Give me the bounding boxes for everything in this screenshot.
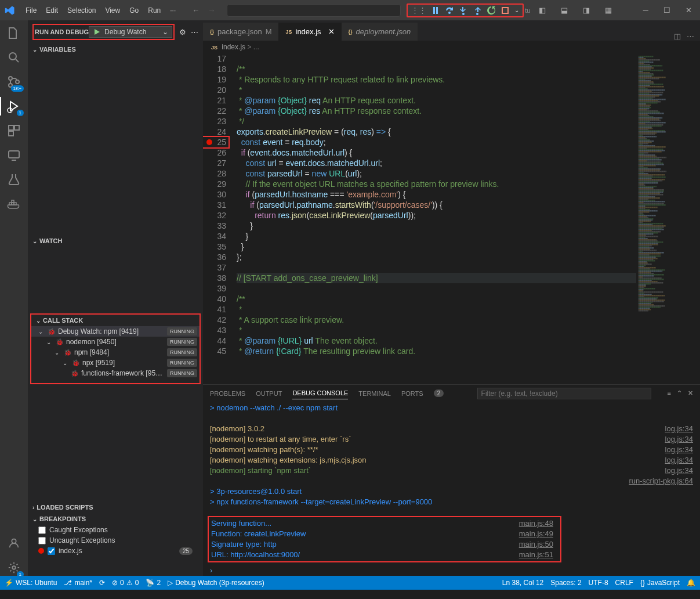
menu-file[interactable]: File	[21, 6, 41, 15]
activity-run-debug[interactable]: 1	[6, 98, 22, 114]
callstack-item[interactable]: 🐞functions-framework [954...RUNNING	[31, 368, 200, 378]
close-icon[interactable]: ✕	[682, 5, 695, 16]
callstack-header[interactable]: ⌄CALL STACK	[31, 315, 200, 326]
tab-deployment.json[interactable]: {}deployment.json	[342, 23, 418, 41]
panel-tab-problems[interactable]: PROBLEMS	[210, 388, 245, 399]
menu-run[interactable]: Run	[143, 6, 165, 15]
filter-icon[interactable]: ≡	[668, 389, 671, 397]
variables-header[interactable]: ⌄VARIABLES	[28, 44, 203, 55]
bp-uncaught-checkbox[interactable]	[38, 537, 46, 544]
watch-header[interactable]: ⌄WATCH	[28, 235, 203, 247]
layout-right-icon[interactable]: ◨	[579, 5, 593, 16]
layout-grid-icon[interactable]: ▦	[601, 5, 615, 16]
breadcrumb[interactable]: JS index.js > ...	[203, 41, 700, 53]
debug-console[interactable]: > nodemon --watch ./ --exec npm start [n…	[203, 402, 700, 565]
callstack-item[interactable]: ⌄🐞Debug Watch: npm [9419]RUNNING	[31, 326, 200, 337]
source-link[interactable]: log.js:34	[665, 424, 693, 434]
source-link[interactable]: log.js:34	[665, 445, 693, 455]
source-link[interactable]: main.js:50	[519, 539, 553, 550]
activity-source-control[interactable]: 1K+	[6, 74, 22, 90]
more-icon[interactable]: ⋯	[687, 32, 694, 41]
indent-status[interactable]: Spaces: 2	[550, 579, 581, 587]
panel-tab-ports[interactable]: PORTS	[401, 388, 423, 399]
source-link[interactable]: main.js:48	[519, 518, 553, 529]
tab-index.js[interactable]: JSindex.js✕	[278, 23, 341, 41]
close-panel-icon[interactable]: ✕	[688, 389, 693, 397]
debug-config-dropdown[interactable]: Debug Watch ⌄	[89, 26, 172, 38]
activity-testing[interactable]	[6, 171, 22, 187]
bp-file-checkbox[interactable]	[48, 547, 55, 555]
activity-extensions[interactable]	[6, 122, 22, 139]
activity-explorer[interactable]	[6, 25, 22, 41]
source-link[interactable]: main.js:51	[519, 550, 553, 560]
source-link[interactable]: log.js:34	[665, 434, 693, 445]
vscode-logo-icon	[5, 5, 15, 16]
split-editor-icon[interactable]: ◫	[674, 32, 681, 41]
encoding-status[interactable]: UTF-8	[589, 579, 608, 587]
menu-···[interactable]: ···	[165, 6, 180, 15]
sync-icon[interactable]: ⟳	[99, 579, 105, 587]
bp-caught[interactable]: Caught Exceptions	[28, 525, 203, 535]
activity-docker[interactable]	[6, 196, 22, 212]
menu-view[interactable]: View	[100, 6, 125, 15]
minimize-icon[interactable]: ─	[640, 5, 652, 16]
nav-back-icon[interactable]: ←	[192, 6, 200, 15]
svg-rect-11	[9, 131, 13, 136]
panel-tab-terminal[interactable]: TERMINAL	[358, 388, 391, 399]
notifications-icon[interactable]: 🔔	[687, 579, 695, 587]
command-center-input[interactable]	[227, 4, 401, 17]
console-line: [nodemon] 3.0.2log.js:34	[210, 424, 693, 434]
remote-indicator[interactable]: ⚡ WSL: Ubuntu	[5, 579, 57, 587]
nav-fwd-icon[interactable]: →	[208, 6, 215, 15]
stop-icon[interactable]	[500, 6, 510, 15]
loaded-scripts-header[interactable]: ›LOADED SCRIPTS	[28, 501, 203, 513]
bp-uncaught[interactable]: Uncaught Exceptions	[28, 535, 203, 546]
accounts-icon[interactable]	[6, 535, 22, 551]
source-link[interactable]: main.js:49	[519, 529, 553, 539]
drag-handle-icon[interactable]: ⋮⋮	[411, 6, 426, 15]
callstack-item[interactable]: ⌄🐞nodemon [9450]RUNNING	[31, 337, 200, 347]
layout-left-icon[interactable]: ◧	[535, 5, 549, 16]
manage-icon[interactable]: 1	[6, 560, 22, 576]
code-editor[interactable]: 1718192021222324252627282930313233343536…	[203, 53, 700, 384]
step-into-icon[interactable]	[459, 6, 468, 15]
chevron-down-icon[interactable]: ⌄	[514, 7, 519, 13]
layout-bottom-icon[interactable]: ⬓	[557, 5, 571, 16]
bp-caught-checkbox[interactable]	[38, 526, 46, 534]
eol-status[interactable]: CRLF	[615, 579, 633, 587]
bp-file[interactable]: index.js25	[28, 546, 203, 556]
more-icon[interactable]: ⋯	[191, 28, 198, 37]
tab-package.json[interactable]: {}package.jsonM	[203, 23, 278, 41]
callstack-item[interactable]: ⌄🐞npm [9484]RUNNING	[31, 347, 200, 358]
breakpoints-header[interactable]: ⌄BREAKPOINTS	[28, 513, 203, 525]
menu-go[interactable]: Go	[125, 6, 143, 15]
console-input[interactable]: ›	[203, 565, 700, 576]
console-filter-input[interactable]	[477, 388, 651, 399]
debug-status[interactable]: ▷ Debug Watch (3p-resources)	[168, 579, 264, 587]
chevron-up-icon[interactable]: ⌃	[677, 389, 682, 397]
activity-remote-explorer[interactable]	[6, 147, 22, 163]
close-tab-icon[interactable]: ✕	[328, 27, 335, 36]
gear-icon[interactable]: ⚙	[179, 28, 186, 37]
source-link[interactable]: log.js:34	[665, 455, 693, 466]
language-status[interactable]: {} JavaScript	[640, 579, 680, 587]
panel-tab-output[interactable]: OUTPUT	[256, 388, 282, 399]
ports-status[interactable]: 📡 2	[146, 579, 161, 587]
callstack-item[interactable]: ⌄🐞npx [9519]RUNNING	[31, 358, 200, 368]
menu-edit[interactable]: Edit	[41, 6, 63, 15]
cursor-position[interactable]: Ln 38, Col 12	[502, 579, 543, 587]
pause-icon[interactable]	[431, 6, 440, 15]
minimap[interactable]: ████████████████████████████████████████…	[636, 53, 700, 384]
source-link[interactable]: log.js:34	[665, 466, 693, 476]
bug-icon: 🐞	[64, 349, 72, 356]
problems-status[interactable]: ⊘ 0 ⚠ 0	[112, 579, 139, 587]
step-out-icon[interactable]	[473, 6, 482, 15]
maximize-icon[interactable]: ☐	[660, 5, 674, 16]
git-branch[interactable]: ⎇ main*	[64, 579, 92, 587]
step-over-icon[interactable]	[445, 6, 454, 15]
source-link[interactable]: run-script-pkg.js:64	[629, 476, 693, 486]
menu-selection[interactable]: Selection	[63, 6, 100, 15]
restart-icon[interactable]	[487, 6, 496, 15]
activity-search[interactable]	[6, 49, 22, 66]
panel-tab-debug-console[interactable]: DEBUG CONSOLE	[292, 387, 348, 399]
